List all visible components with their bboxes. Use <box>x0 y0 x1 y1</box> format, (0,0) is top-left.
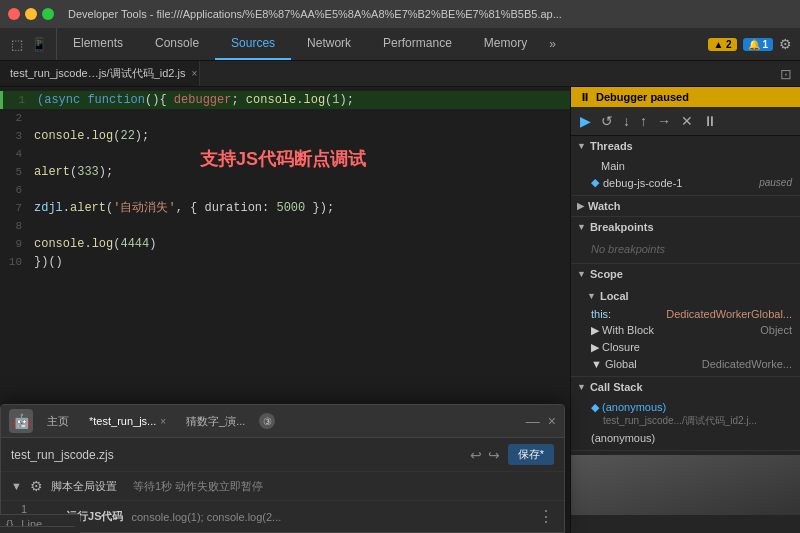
local-label: Local <box>600 290 629 302</box>
device-icon[interactable]: 📱 <box>30 35 48 53</box>
breakpoints-label: Breakpoints <box>590 221 654 233</box>
with-block-label: ▶ With Block <box>591 324 654 337</box>
redo-button[interactable]: ↪ <box>488 447 500 463</box>
pause-on-exception-button[interactable]: ⏸ <box>700 111 720 131</box>
threads-section: ▼ Threads Main ◆ debug-js-code-1 paused <box>571 136 800 196</box>
code-lines: 1 (async function(){ debugger; console.l… <box>0 87 570 275</box>
tab-elements[interactable]: Elements <box>57 28 139 60</box>
threads-label: Threads <box>590 140 633 152</box>
bottom-tab-test-close[interactable]: × <box>160 416 166 427</box>
file-name-input[interactable] <box>11 448 462 462</box>
threads-header[interactable]: ▼ Threads <box>571 136 800 156</box>
tab-memory[interactable]: Memory <box>468 28 543 60</box>
local-this-row: this: DedicatedWorkerGlobal... <box>571 306 800 322</box>
bottom-tab-home[interactable]: 主页 <box>41 412 75 431</box>
thread-name: debug-js-code-1 <box>603 177 683 189</box>
threads-arrow: ▼ <box>577 141 586 151</box>
run-code-more-button[interactable]: ⋮ <box>538 507 554 526</box>
bottom-tab-game-label: 猜数字_演... <box>186 414 245 429</box>
call-stack-body: ◆ (anonymous) test_run_jscode.../调试代码_id… <box>571 397 800 450</box>
code-line-10: 10 })() <box>0 253 570 271</box>
file-tab-bar: test_run_jscode…js/调试代码_id2.js × ⊡ <box>0 61 800 87</box>
with-block-row: ▶ With Block Object <box>571 322 800 339</box>
bottom-tab-game[interactable]: 猜数字_演... <box>180 412 251 431</box>
step-out-button[interactable]: ↑ <box>637 111 650 131</box>
code-line-6: 6 <box>0 181 570 199</box>
watch-header[interactable]: ▶ Watch <box>571 196 800 216</box>
bottom-panel: 🤖 主页 *test_run_js... × 猜数字_演... ③ — × ↩ … <box>0 404 565 533</box>
thumbnail-image <box>571 455 800 515</box>
thread-paused-badge: paused <box>759 177 792 188</box>
setting-gear-icon: ⚙ <box>30 478 43 494</box>
bottom-tab-test[interactable]: *test_run_js... × <box>83 413 172 429</box>
step-into-button[interactable]: ↓ <box>620 111 633 131</box>
file-tab-close[interactable]: × <box>191 68 197 79</box>
scope-header[interactable]: ▼ Scope <box>571 264 800 284</box>
threads-body: Main ◆ debug-js-code-1 paused <box>571 156 800 195</box>
main-content: 1 (async function(){ debugger; console.l… <box>0 87 800 533</box>
call-stack-header[interactable]: ▼ Call Stack <box>571 377 800 397</box>
scope-section: ▼ Scope ▼ Local this: DedicatedWorkerGlo… <box>571 264 800 377</box>
screenshot-thumbnail <box>571 455 800 515</box>
script-setting-label: 脚本全局设置 <box>51 479 117 494</box>
bottom-tab-test-label: *test_run_js... <box>89 415 156 427</box>
inspect-icon[interactable]: ⬚ <box>8 35 26 53</box>
call-stack-section: ▼ Call Stack ◆ (anonymous) test_run_jsco… <box>571 377 800 451</box>
file-tab-active[interactable]: test_run_jscode…js/调试代码_id2.js × <box>0 61 200 86</box>
close-button[interactable] <box>8 8 20 20</box>
undo-button[interactable]: ↩ <box>470 447 482 463</box>
closure-label: ▶ Closure <box>591 341 640 353</box>
robot-icon: 🤖 <box>9 409 33 433</box>
bottom-tab-bar: 🤖 主页 *test_run_js... × 猜数字_演... ③ — × <box>1 405 564 438</box>
local-this-key: this: <box>591 308 611 320</box>
minimize-button[interactable] <box>25 8 37 20</box>
run-code-preview: console.log(1); console.log(2... <box>131 511 530 523</box>
pause-icon: ⏸ <box>579 91 590 103</box>
title-bar: Developer Tools - file:///Applications/%… <box>0 0 800 28</box>
tab-network[interactable]: Network <box>291 28 367 60</box>
breakpoints-arrow: ▼ <box>577 222 586 232</box>
nav-tabs: Elements Console Sources Network Perform… <box>57 28 562 60</box>
step-over-button[interactable]: ↺ <box>598 111 616 131</box>
thread-active-icon: ◆ <box>591 176 599 189</box>
breakpoints-header[interactable]: ▼ Breakpoints <box>571 217 800 237</box>
deactivate-button[interactable]: ✕ <box>678 111 696 131</box>
save-button[interactable]: 保存* <box>508 444 554 465</box>
tab-performance[interactable]: Performance <box>367 28 468 60</box>
local-this-val: DedicatedWorkerGlobal... <box>666 308 792 320</box>
nav-left-icons: ⬚ 📱 <box>0 28 57 60</box>
resume-button[interactable]: ▶ <box>577 111 594 131</box>
call-stack-item-1[interactable]: ◆ (anonymous) test_run_jscode.../调试代码_id… <box>571 399 800 430</box>
nav-more-icon[interactable]: » <box>543 28 562 60</box>
code-line-3: 3 console.log(22); <box>0 127 570 145</box>
step-button[interactable]: → <box>654 111 674 131</box>
close-panel-icon[interactable]: × <box>548 413 556 429</box>
closure-row: ▶ Closure <box>571 339 800 356</box>
thread-debug[interactable]: ◆ debug-js-code-1 paused <box>571 174 800 191</box>
top-nav: ⬚ 📱 Elements Console Sources Network Per… <box>0 28 800 61</box>
local-header[interactable]: ▼ Local <box>571 286 800 306</box>
settings-icon[interactable]: ⚙ <box>779 36 792 52</box>
tab-console[interactable]: Console <box>139 28 215 60</box>
code-line-7: 7 zdjl.alert('自动消失', { duration: 5000 })… <box>0 199 570 217</box>
scope-label: Scope <box>590 268 623 280</box>
panel-expand-button[interactable]: ⊡ <box>772 66 800 82</box>
window-title: Developer Tools - file:///Applications/%… <box>68 8 792 20</box>
code-line-9: 9 console.log(4444) <box>0 235 570 253</box>
with-block-val: Object <box>760 324 792 337</box>
script-setting-row[interactable]: ▼ ⚙ 脚本全局设置 等待1秒 动作失败立即暂停 <box>1 472 564 501</box>
breakpoints-section: ▼ Breakpoints No breakpoints <box>571 217 800 264</box>
nav-right: ▲ 2 🔔 1 ⚙ <box>708 28 800 60</box>
tab-sources[interactable]: Sources <box>215 28 291 60</box>
maximize-button[interactable] <box>42 8 54 20</box>
no-breakpoints-label: No breakpoints <box>571 239 800 259</box>
call-stack-item-2[interactable]: (anonymous) <box>571 430 800 446</box>
notification-badge: 🔔 1 <box>743 38 773 51</box>
debug-controls: ▶ ↺ ↓ ↑ → ✕ ⏸ <box>571 107 800 136</box>
scope-arrow: ▼ <box>577 269 586 279</box>
minimize-panel-icon[interactable]: — <box>526 413 540 429</box>
script-setting-desc: 等待1秒 动作失败立即暂停 <box>133 479 263 494</box>
tab-actions: — × <box>526 413 556 429</box>
file-tab-name: test_run_jscode…js/调试代码_id2.js <box>10 66 185 81</box>
bottom-tab-home-label: 主页 <box>47 414 69 429</box>
